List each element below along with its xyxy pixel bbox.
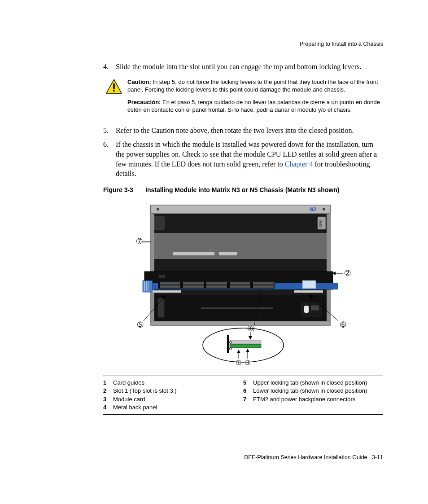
svg-rect-42 xyxy=(158,298,164,317)
legend-row: 3 Module card xyxy=(103,395,243,403)
svg-rect-40 xyxy=(294,290,323,293)
svg-rect-28 xyxy=(160,282,180,285)
legend-num: 1 xyxy=(103,379,113,387)
legend-text: Upper locking tab (shown in closed posit… xyxy=(253,379,367,387)
caution-icon-wrap xyxy=(103,78,125,118)
chassis-diagram: ➆ N3 DFE xyxy=(109,201,351,371)
legend-row: 5 Upper locking tab (shown in closed pos… xyxy=(243,379,383,387)
caution-text: Caution: In step 5, do not force the loc… xyxy=(125,78,383,118)
footer-title: DFE-Platinum Series Hardware Installatio… xyxy=(244,454,367,460)
legend-row: 4 Metal back panel xyxy=(103,403,243,412)
svg-rect-45 xyxy=(304,306,309,313)
svg-rect-17 xyxy=(173,252,214,255)
svg-point-11 xyxy=(157,208,159,210)
step-number: 6. xyxy=(103,140,116,178)
svg-rect-30 xyxy=(183,282,204,285)
legend-text: FTM2 and power backplane connectors xyxy=(253,395,355,403)
legend-row: 6 Lower locking tab (shown in closed pos… xyxy=(243,387,383,395)
svg-rect-26 xyxy=(162,275,165,278)
svg-rect-15 xyxy=(154,217,164,229)
svg-point-12 xyxy=(323,208,325,210)
legend-row: 1 Card guides xyxy=(103,379,243,387)
callout-6: ➅ xyxy=(340,321,346,329)
svg-point-59 xyxy=(230,347,232,350)
dfe-side-label: DFE xyxy=(319,220,323,228)
svg-rect-29 xyxy=(160,285,180,288)
legend-num: 2 xyxy=(103,387,113,395)
legend-num: 7 xyxy=(243,395,253,403)
legend-text: Card guides xyxy=(113,379,144,387)
svg-rect-2 xyxy=(113,90,115,92)
legend-text: Slot 1 (Top slot is slot 3.) xyxy=(113,387,177,395)
svg-rect-57 xyxy=(230,344,261,348)
legend-row: 2 Slot 1 (Top slot is slot 3.) xyxy=(103,387,243,395)
step-number: 5. xyxy=(103,126,116,136)
legend-num: 4 xyxy=(103,403,113,412)
svg-rect-32 xyxy=(206,282,227,285)
svg-rect-1 xyxy=(113,83,115,89)
svg-point-58 xyxy=(230,341,232,343)
svg-rect-10 xyxy=(151,205,330,213)
svg-rect-38 xyxy=(302,280,316,289)
step-4: 4. Slide the module into the slot until … xyxy=(103,62,383,72)
svg-rect-46 xyxy=(311,306,319,310)
svg-rect-56 xyxy=(230,341,261,343)
callout-4: ➃ xyxy=(248,325,253,332)
caution-label-en: Caution: xyxy=(127,79,151,85)
caution-es: Precaución: En el paso 5, tenga cuidado … xyxy=(127,98,383,114)
legend-col-left: 1 Card guides 2 Slot 1 (Top slot is slot… xyxy=(103,378,243,412)
svg-rect-31 xyxy=(183,285,204,288)
svg-rect-36 xyxy=(253,282,274,285)
legend-col-right: 5 Upper locking tab (shown in closed pos… xyxy=(243,378,383,412)
legend-num: 3 xyxy=(103,395,113,403)
legend-text: Module card xyxy=(113,395,145,403)
figure-caption: Figure 3-3 Installing Module into Matrix… xyxy=(103,186,383,194)
step-6: 6. If the chassis in which the module is… xyxy=(103,140,383,178)
svg-rect-37 xyxy=(253,285,274,288)
svg-rect-34 xyxy=(230,282,250,285)
svg-rect-33 xyxy=(206,285,227,288)
caution-body-es: En el paso 5, tenga cuidado de no llevar… xyxy=(127,99,380,114)
footer-page: 3-11 xyxy=(372,454,383,460)
svg-rect-39 xyxy=(153,290,181,293)
step-number: 4. xyxy=(103,62,116,72)
page: Preparing to Install into a Chassis 4. S… xyxy=(0,0,428,504)
svg-rect-25 xyxy=(159,275,162,278)
figure-number: Figure 3-3 xyxy=(103,186,145,194)
callout-5: ➄ xyxy=(137,321,144,329)
caution-icon xyxy=(106,79,122,94)
svg-rect-21 xyxy=(143,280,153,292)
caution-label-es: Precaución: xyxy=(127,99,161,105)
running-footer: DFE-Platinum Series Hardware Installatio… xyxy=(244,454,383,461)
step-text: If the chassis in which the module is in… xyxy=(116,140,383,178)
step-5: 5. Refer to the Caution note above, then… xyxy=(103,126,383,136)
step-text: Slide the module into the slot until you… xyxy=(116,62,383,72)
legend-num: 5 xyxy=(243,379,253,387)
product-label: N3 xyxy=(310,206,316,212)
figure-legend: 1 Card guides 2 Slot 1 (Top slot is slot… xyxy=(103,376,383,415)
content: 4. Slide the module into the slot until … xyxy=(103,62,383,415)
callout-7: ➆ xyxy=(136,237,143,245)
caution-body-en: In step 5, do not force the locking leve… xyxy=(127,79,378,93)
svg-rect-35 xyxy=(230,285,250,288)
callout-2: ➁ xyxy=(345,269,351,277)
svg-rect-18 xyxy=(219,252,237,255)
svg-rect-43 xyxy=(201,307,273,309)
callout-1: ➀ xyxy=(236,359,241,366)
step-text: Refer to the Caution note above, then ro… xyxy=(116,126,383,136)
svg-rect-55 xyxy=(227,335,229,353)
legend-row: 7 FTM2 and power backplane connectors xyxy=(243,395,383,403)
chapter-4-link[interactable]: Chapter 4 xyxy=(285,160,313,168)
caution-en: Caution: In step 5, do not force the loc… xyxy=(127,78,383,94)
svg-rect-47 xyxy=(151,322,330,325)
legend-text: Metal back panel xyxy=(113,403,157,412)
callout-3: ➂ xyxy=(245,359,250,366)
caution-block: Caution: In step 5, do not force the loc… xyxy=(103,78,383,118)
running-header: Preparing to Install into a Chassis xyxy=(300,40,383,48)
legend-text: Lower locking tab (shown in closed posit… xyxy=(253,387,367,395)
figure: ➆ N3 DFE xyxy=(76,201,383,371)
figure-title: Installing Module into Matrix N3 or N5 C… xyxy=(145,186,340,194)
legend-num: 6 xyxy=(243,387,253,395)
